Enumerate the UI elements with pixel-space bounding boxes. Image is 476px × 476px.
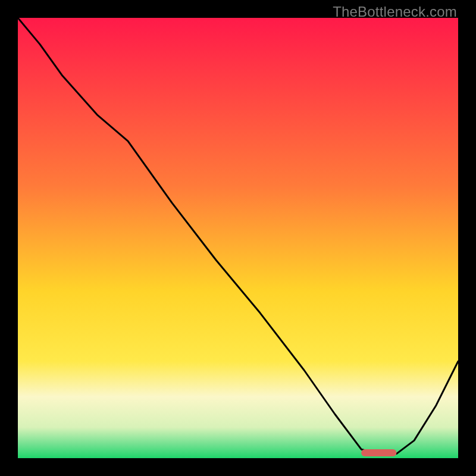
gradient-background bbox=[18, 18, 458, 458]
optimal-range-marker bbox=[361, 449, 396, 456]
bottleneck-chart bbox=[18, 18, 458, 458]
chart-frame bbox=[18, 18, 458, 458]
